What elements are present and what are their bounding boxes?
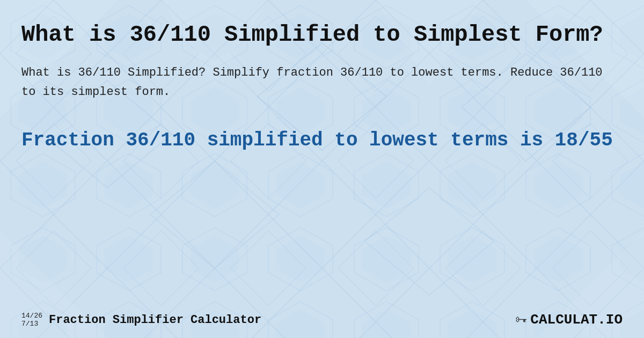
result-section: Fraction 36/110 simplified to lowest ter… (21, 128, 623, 153)
fraction-top: 14/26 (21, 312, 42, 320)
calculat-logo: CALCULAT.IO (530, 312, 623, 328)
footer-label: Fraction Simplifier Calculator (49, 313, 261, 327)
description-text: What is 36/110 Simplified? Simplify frac… (21, 63, 623, 101)
fraction-display: 14/26 7/13 (21, 312, 42, 328)
fraction-bottom: 7/13 (21, 320, 42, 328)
page-title: What is 36/110 Simplified to Simplest Fo… (21, 21, 623, 48)
footer: 14/26 7/13 Fraction Simplifier Calculato… (21, 312, 623, 328)
key-icon: 🗝 (515, 313, 527, 327)
result-text: Fraction 36/110 simplified to lowest ter… (21, 128, 623, 153)
footer-left: 14/26 7/13 Fraction Simplifier Calculato… (21, 312, 261, 328)
footer-right: 🗝 CALCULAT.IO (515, 312, 623, 328)
